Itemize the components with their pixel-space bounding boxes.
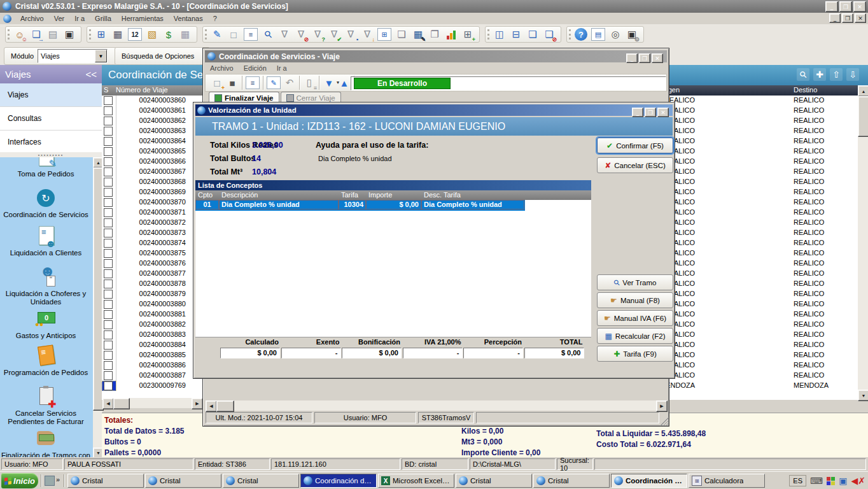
layout-columns-icon[interactable]: ◫	[492, 27, 507, 42]
trip-row[interactable]: 002400003883	[102, 330, 202, 340]
trip-checkbox[interactable]	[104, 218, 113, 227]
move-down-icon[interactable]: ▼▾	[321, 75, 337, 90]
trip-select-cell[interactable]	[102, 208, 116, 218]
delete-icon[interactable]: ▯≡	[302, 75, 317, 90]
trip-select-cell[interactable]	[102, 187, 116, 197]
trip-checkbox[interactable]	[104, 106, 113, 115]
edit-notebook-icon[interactable]: ✎	[209, 27, 225, 42]
trip-select-cell[interactable]	[102, 299, 116, 309]
new-icon[interactable]: □+	[209, 75, 225, 90]
menu-herramientas[interactable]: Herramientas	[116, 14, 169, 23]
search-icon[interactable]: ⚲	[797, 68, 809, 81]
trip-select-cell[interactable]	[102, 350, 116, 360]
trip-checkbox[interactable]	[104, 269, 113, 278]
trip-checkbox[interactable]	[104, 239, 113, 248]
button-manualf8[interactable]: ☛Manual (F8)	[597, 292, 673, 308]
trip-checkbox[interactable]	[104, 259, 113, 268]
trip-checkbox[interactable]	[104, 127, 113, 136]
concepto-row[interactable]: 01Dia Completo % unidad10304$ 0,00Dia Co…	[195, 200, 525, 211]
trip-row[interactable]: 002400003871	[102, 208, 202, 218]
module-1-doc-pencil[interactable]: ✎Toma de Pedidos	[0, 157, 92, 178]
taskbar-button-2[interactable]: Cristal	[223, 474, 299, 488]
copy-window-icon[interactable]: ❏	[394, 27, 409, 42]
trip-row[interactable]: 002400003872	[102, 218, 202, 228]
trip-select-cell[interactable]	[102, 360, 116, 371]
grid-window-icon[interactable]: ⊞	[377, 28, 391, 41]
inner-scroll-right-icon[interactable]: ▶	[656, 400, 668, 412]
minimize-button[interactable]: _	[825, 1, 838, 12]
button-recalcularf2[interactable]: ▦Recalcular (F2)	[597, 328, 673, 344]
print-icon[interactable]: ≡	[244, 28, 258, 41]
collapse-icon[interactable]: <<	[85, 69, 97, 80]
trip-checkbox[interactable]	[104, 310, 113, 319]
inner-close-button[interactable]: ✕	[652, 53, 663, 63]
trip-select-cell[interactable]	[102, 330, 116, 340]
go-top-icon[interactable]: ⇧	[830, 68, 843, 81]
trip-checkbox[interactable]	[104, 178, 113, 187]
trip-checkbox[interactable]	[104, 137, 113, 146]
trip-select-cell[interactable]	[102, 167, 116, 177]
concepto-col-desctarifa[interactable]: Desc. Tarifa	[424, 191, 461, 199]
trip-checkbox[interactable]	[104, 167, 113, 176]
trip-row[interactable]: 002400003887	[102, 371, 202, 381]
menu-ver[interactable]: Ver	[49, 14, 70, 23]
trip-select-cell[interactable]	[102, 146, 116, 157]
trip-select-cell[interactable]	[102, 309, 116, 320]
trip-row[interactable]: 002400003876	[102, 259, 202, 269]
calculator-icon[interactable]: ⊞	[94, 27, 109, 42]
tree-add-icon[interactable]: ⊞+	[460, 27, 475, 42]
close-button[interactable]: ✕	[853, 1, 866, 12]
trip-row[interactable]: 002400003863	[102, 126, 202, 136]
inner-menu-edición[interactable]: Edición	[239, 64, 272, 74]
trip-select-cell[interactable]	[102, 218, 116, 228]
module-8-hand-money[interactable]: Finalización de Tramos con	[0, 429, 92, 457]
concepto-col-descripción[interactable]: Descripción	[221, 191, 258, 199]
select-column-header[interactable]: S	[102, 85, 116, 96]
taskbar-button-0[interactable]: Cristal	[67, 474, 144, 488]
taskbar-button-1[interactable]: Cristal	[145, 474, 221, 488]
module-5-money[interactable]: 0●●Gastos y Anticipos	[0, 309, 92, 340]
filter-save-icon[interactable]: ∇▪	[343, 27, 358, 42]
trip-select-cell[interactable]	[102, 126, 116, 136]
button-manualivaf6[interactable]: ☛Manual IVA (F6)	[597, 310, 673, 326]
menu-ir-a[interactable]: Ir a	[69, 14, 90, 23]
filter-load-icon[interactable]: ∇↓	[360, 27, 375, 42]
module-7-clipboard-cross[interactable]: ✚Cancelar Servicios Pendientes de Factur…	[0, 386, 92, 426]
trip-select-cell[interactable]	[102, 177, 116, 187]
trip-row[interactable]: 002400003878	[102, 279, 202, 289]
trip-select-cell[interactable]	[102, 340, 116, 350]
trip-checkbox[interactable]	[104, 117, 113, 125]
trip-select-cell[interactable]	[102, 238, 116, 248]
trip-row[interactable]: 002400003881	[102, 309, 202, 320]
routes-scroll-thumb[interactable]	[858, 96, 868, 137]
routes-scroll-down-icon[interactable]: ▼	[858, 390, 868, 401]
taskbar-button-8[interactable]: ⊞Calculadora	[689, 474, 765, 488]
concepto-col-tarifa[interactable]: Tarifa	[341, 191, 358, 199]
menu-ventanas[interactable]: Ventanas	[169, 14, 208, 23]
inner-scroll-left-icon[interactable]: ◀	[206, 400, 217, 412]
trip-checkbox[interactable]	[104, 280, 113, 288]
inner-menu-ir-a[interactable]: Ir a	[272, 64, 292, 74]
system-config-icon[interactable]: ▣⚙	[624, 27, 640, 42]
module-3-doc-person[interactable]: ☻Liquidación a Clientes	[0, 226, 92, 257]
documents-icon[interactable]: ▤	[45, 27, 60, 42]
trip-checkbox[interactable]	[104, 320, 113, 329]
concepto-col-cpto[interactable]: Cpto	[198, 191, 213, 199]
trip-checkbox[interactable]	[104, 381, 113, 390]
display-settings-icon[interactable]	[827, 477, 835, 485]
trip-checkbox[interactable]	[104, 341, 113, 350]
resize-grip[interactable]	[660, 417, 669, 426]
volume-muted-icon[interactable]: ◀✗	[851, 476, 866, 486]
chart-edit-icon[interactable]: ▦✎	[410, 27, 426, 42]
keyboard-icon[interactable]: ⌨	[810, 476, 823, 486]
trip-row[interactable]: 002400003882	[102, 320, 202, 330]
cascade-close-icon[interactable]: ❏⊘	[542, 27, 557, 42]
trip-row[interactable]: 002400003869	[102, 187, 202, 197]
trip-row[interactable]: 002300009769	[102, 381, 202, 391]
trip-row[interactable]: 002400003886	[102, 360, 202, 371]
module-combo[interactable]: Viajes ▼	[38, 49, 108, 63]
trip-select-cell[interactable]	[102, 96, 116, 106]
trips-scroll-right-icon[interactable]: ▶	[192, 398, 203, 409]
layout-rows-icon[interactable]: ⊟	[508, 27, 524, 42]
grid-icon[interactable]: ▦	[178, 27, 193, 42]
